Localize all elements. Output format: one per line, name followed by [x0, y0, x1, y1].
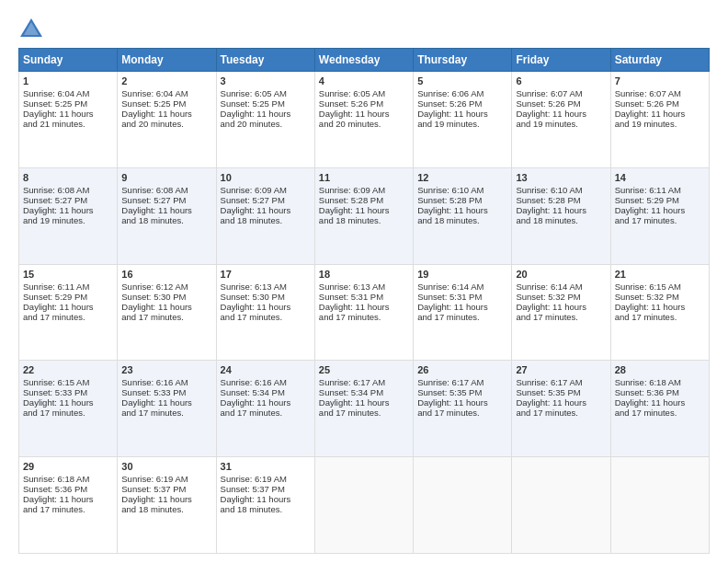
calendar-header-cell: Wednesday — [314, 49, 413, 72]
day-number: 24 — [221, 364, 311, 375]
day-info-line: Daylight: 11 hours — [221, 494, 291, 504]
day-info-line: Daylight: 11 hours — [23, 109, 94, 119]
day-info-line: Sunset: 5:36 PM — [23, 484, 87, 494]
day-info-line: Sunrise: 6:14 AM — [516, 282, 582, 292]
day-info-line: and 19 minutes. — [615, 119, 677, 129]
day-info-line: Daylight: 11 hours — [417, 109, 488, 119]
calendar-day-cell: 30Sunrise: 6:19 AMSunset: 5:37 PMDayligh… — [118, 457, 216, 554]
day-info-line: Daylight: 11 hours — [516, 397, 586, 408]
day-number: 2 — [121, 75, 211, 86]
calendar-day-cell: 9Sunrise: 6:08 AMSunset: 5:27 PMDaylight… — [118, 167, 216, 264]
day-number: 28 — [615, 364, 705, 375]
day-info-line: Sunset: 5:26 PM — [516, 98, 580, 109]
day-number: 8 — [23, 172, 113, 183]
calendar-day-cell — [610, 457, 709, 554]
day-info-line: Sunrise: 6:17 AM — [417, 377, 483, 387]
calendar-day-cell — [314, 457, 413, 554]
day-info-line: Sunrise: 6:12 AM — [121, 282, 188, 292]
day-info-line: and 21 minutes. — [23, 119, 85, 129]
day-info-line: Sunrise: 6:15 AM — [23, 377, 89, 387]
day-info-line: Sunrise: 6:17 AM — [516, 377, 582, 387]
day-info-line: Sunrise: 6:10 AM — [516, 185, 582, 195]
day-info-line: Daylight: 11 hours — [23, 397, 94, 408]
day-info-line: Sunset: 5:35 PM — [417, 387, 482, 397]
day-info-line: Sunset: 5:37 PM — [121, 484, 186, 494]
day-info-line: Sunset: 5:25 PM — [23, 98, 87, 109]
day-number: 15 — [23, 269, 113, 280]
day-info-line: Daylight: 11 hours — [121, 205, 192, 215]
calendar-day-cell — [414, 457, 512, 554]
day-info-line: and 17 minutes. — [23, 408, 85, 418]
day-info-line: Sunrise: 6:11 AM — [23, 282, 89, 292]
day-info-line: Daylight: 11 hours — [615, 397, 686, 408]
day-info-line: Sunset: 5:28 PM — [516, 195, 580, 205]
day-number: 10 — [221, 172, 311, 183]
calendar-header-cell: Sunday — [19, 49, 118, 72]
day-info-line: Sunset: 5:26 PM — [319, 98, 383, 109]
day-info-line: Daylight: 11 hours — [516, 302, 586, 312]
day-info-line: and 17 minutes. — [319, 408, 381, 418]
calendar-day-cell: 17Sunrise: 6:13 AMSunset: 5:30 PMDayligh… — [216, 264, 314, 361]
day-number: 14 — [615, 172, 705, 183]
calendar-day-cell: 6Sunrise: 6:07 AMSunset: 5:26 PMDaylight… — [512, 72, 610, 168]
day-info-line: Daylight: 11 hours — [221, 205, 291, 215]
header — [18, 17, 710, 42]
calendar-day-cell: 10Sunrise: 6:09 AMSunset: 5:27 PMDayligh… — [216, 167, 314, 264]
calendar-day-cell: 28Sunrise: 6:18 AMSunset: 5:36 PMDayligh… — [610, 361, 709, 457]
day-info-line: Sunrise: 6:10 AM — [417, 185, 483, 195]
day-info-line: Sunrise: 6:08 AM — [23, 185, 89, 195]
day-info-line: Sunset: 5:37 PM — [221, 484, 285, 494]
day-info-line: Daylight: 11 hours — [121, 494, 192, 504]
day-number: 7 — [615, 75, 705, 86]
calendar-day-cell — [512, 457, 610, 554]
day-info-line: and 17 minutes. — [417, 408, 480, 418]
day-info-line: and 17 minutes. — [319, 312, 381, 322]
calendar-table: SundayMondayTuesdayWednesdayThursdayFrid… — [18, 48, 710, 554]
day-info-line: Sunset: 5:33 PM — [121, 387, 186, 397]
day-info-line: Sunrise: 6:15 AM — [615, 282, 681, 292]
calendar-day-cell: 20Sunrise: 6:14 AMSunset: 5:32 PMDayligh… — [512, 264, 610, 361]
day-info-line: and 18 minutes. — [121, 215, 184, 225]
day-number: 4 — [319, 75, 409, 86]
day-info-line: Sunset: 5:29 PM — [615, 195, 679, 205]
day-info-line: Sunset: 5:26 PM — [615, 98, 679, 109]
day-number: 12 — [417, 172, 507, 183]
day-info-line: Sunrise: 6:09 AM — [319, 185, 385, 195]
calendar-day-cell: 26Sunrise: 6:17 AMSunset: 5:35 PMDayligh… — [414, 361, 512, 457]
calendar-day-cell: 22Sunrise: 6:15 AMSunset: 5:33 PMDayligh… — [19, 361, 118, 457]
day-info-line: Daylight: 11 hours — [221, 302, 291, 312]
day-info-line: Sunrise: 6:07 AM — [516, 88, 582, 98]
day-info-line: and 17 minutes. — [221, 408, 283, 418]
calendar-day-cell: 3Sunrise: 6:05 AMSunset: 5:25 PMDaylight… — [216, 72, 314, 168]
calendar-day-cell: 14Sunrise: 6:11 AMSunset: 5:29 PMDayligh… — [610, 167, 709, 264]
day-info-line: Sunset: 5:27 PM — [221, 195, 285, 205]
day-info-line: Sunset: 5:26 PM — [417, 98, 482, 109]
calendar-day-cell: 7Sunrise: 6:07 AMSunset: 5:26 PMDaylight… — [610, 72, 709, 168]
day-info-line: Daylight: 11 hours — [319, 397, 390, 408]
day-info-line: and 17 minutes. — [615, 312, 677, 322]
day-info-line: Sunset: 5:29 PM — [23, 292, 87, 302]
day-info-line: Daylight: 11 hours — [319, 205, 390, 215]
calendar-day-cell: 13Sunrise: 6:10 AMSunset: 5:28 PMDayligh… — [512, 167, 610, 264]
day-info-line: and 17 minutes. — [221, 312, 283, 322]
day-number: 20 — [516, 269, 606, 280]
day-info-line: Sunset: 5:28 PM — [417, 195, 482, 205]
day-info-line: Daylight: 11 hours — [319, 109, 390, 119]
calendar-header-cell: Tuesday — [216, 49, 314, 72]
day-number: 22 — [23, 364, 113, 375]
day-info-line: and 17 minutes. — [121, 408, 184, 418]
day-info-line: Sunrise: 6:11 AM — [615, 185, 681, 195]
calendar-day-cell: 16Sunrise: 6:12 AMSunset: 5:30 PMDayligh… — [118, 264, 216, 361]
day-info-line: Sunset: 5:34 PM — [221, 387, 285, 397]
day-info-line: Sunrise: 6:16 AM — [221, 377, 287, 387]
day-info-line: Sunrise: 6:09 AM — [221, 185, 287, 195]
day-info-line: and 18 minutes. — [516, 215, 578, 225]
calendar-day-cell: 31Sunrise: 6:19 AMSunset: 5:37 PMDayligh… — [216, 457, 314, 554]
day-info-line: Sunrise: 6:14 AM — [417, 282, 483, 292]
day-number: 3 — [221, 75, 311, 86]
logo — [18, 17, 48, 42]
calendar-body: 1Sunrise: 6:04 AMSunset: 5:25 PMDaylight… — [19, 72, 710, 554]
calendar-day-cell: 21Sunrise: 6:15 AMSunset: 5:32 PMDayligh… — [610, 264, 709, 361]
day-info-line: Daylight: 11 hours — [121, 302, 192, 312]
calendar-week-row: 8Sunrise: 6:08 AMSunset: 5:27 PMDaylight… — [19, 167, 710, 264]
